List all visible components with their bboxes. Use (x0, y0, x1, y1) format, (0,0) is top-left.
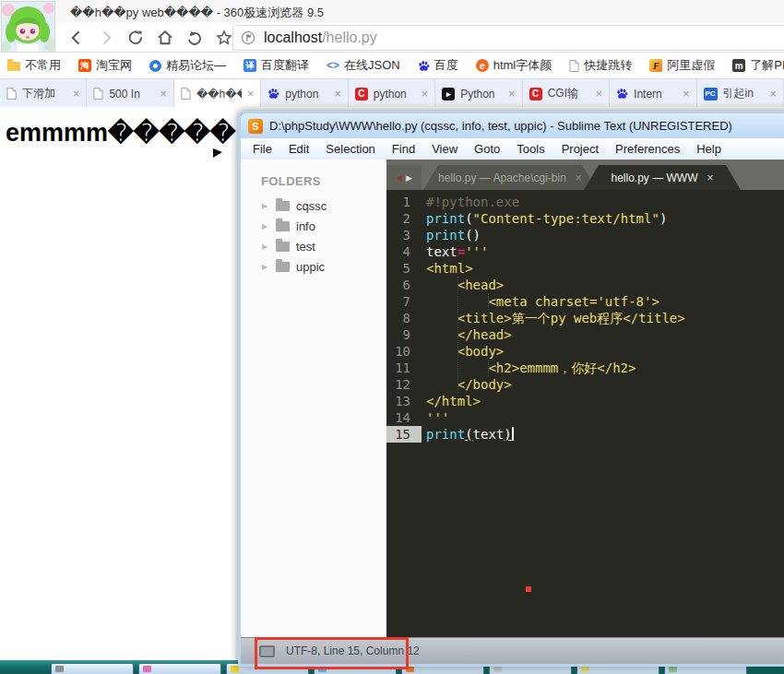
tab-close-icon[interactable]: × (707, 171, 714, 184)
menu-item-help[interactable]: Help (688, 140, 730, 158)
bookmark-item[interactable]: <>在线JSON (327, 57, 400, 74)
tab-close-icon[interactable]: × (247, 87, 255, 101)
tab-scroll-left-icon[interactable]: ◀ (396, 173, 402, 183)
editor-tab[interactable]: hello.py — Apache\cgi-bin× (423, 165, 597, 190)
folder-label: info (296, 219, 315, 233)
bookmark-label: 百度翻译 (261, 57, 309, 74)
sublime-tabs: hello.py — Apache\cgi-bin×hello.py — WWW… (422, 165, 741, 190)
bookmark-item[interactable]: 百度 (418, 57, 458, 74)
bookmark-label: 不常用 (25, 57, 61, 74)
translate-icon: 译 (244, 59, 256, 72)
chevron-right-icon[interactable]: ▶ (262, 222, 269, 231)
bookmark-item[interactable]: 淘淘宝网 (78, 57, 132, 74)
bookmark-item[interactable]: m了解PHP中St (732, 57, 784, 74)
sublime-body: FOLDERS ▶cqssc▶info▶test▶uppic ◀▶ hello.… (241, 160, 784, 637)
back-button[interactable] (66, 28, 86, 47)
line-number: 8 (386, 310, 422, 326)
editor-tab-label: hello.py — Apache\cgi-bin (438, 171, 566, 184)
browser-tab[interactable]: 500 In× (87, 79, 173, 108)
bookmark-item[interactable]: 译百度翻译 (244, 57, 309, 74)
code-text: print("Content-type:text/html") (422, 210, 667, 227)
tab-close-icon[interactable]: × (595, 87, 602, 101)
taskbar-button[interactable] (51, 663, 134, 674)
menu-item-view[interactable]: View (423, 140, 466, 158)
menu-item-project[interactable]: Project (553, 140, 607, 158)
chevron-right-icon[interactable]: ▶ (262, 263, 269, 271)
csdn-icon: C (355, 88, 368, 101)
code-text: #!python.exe (422, 194, 519, 210)
bookmark-item[interactable]: ehtml字体颜 (476, 57, 552, 74)
tab-close-icon[interactable]: × (769, 87, 777, 101)
home-button[interactable] (155, 28, 174, 47)
menu-item-selection[interactable]: Selection (317, 140, 383, 158)
browser-tab-label: Python (460, 88, 503, 101)
line-number: 1 (386, 194, 422, 210)
taskbar-button[interactable] (138, 663, 221, 674)
menu-item-goto[interactable]: Goto (466, 140, 508, 158)
menu-item-tools[interactable]: Tools (508, 140, 552, 158)
tab-close-icon[interactable]: × (508, 87, 516, 101)
sidebar-folder-cqssc[interactable]: ▶cqssc (241, 195, 386, 216)
sublime-logo-icon: S (248, 119, 263, 134)
browser-tab[interactable]: ▸Python× (435, 79, 522, 108)
iconfont-icon: F (649, 59, 662, 72)
code-line: 5<html> (386, 260, 784, 277)
tab-close-icon[interactable]: × (73, 87, 80, 101)
tab-close-icon[interactable]: × (576, 171, 582, 184)
line-number: 14 (386, 409, 422, 426)
csdn-icon: C (529, 88, 542, 101)
sidebar-folder-info[interactable]: ▶info (241, 216, 386, 236)
page-icon (6, 88, 17, 100)
tab-close-icon[interactable]: × (334, 87, 341, 101)
sidebar-folder-test[interactable]: ▶test (241, 236, 386, 256)
m-icon: m (732, 59, 745, 72)
avatar[interactable] (1, 1, 55, 53)
tab-close-icon[interactable]: × (422, 87, 429, 101)
site-safety-icon[interactable] (240, 30, 256, 46)
browser-tab[interactable]: 下滑加× (0, 79, 87, 108)
sublime-window: S D:\phpStudy\WWW\hello.py (cqssc, info,… (238, 111, 784, 667)
bookmark-item[interactable]: 快捷跳转 (569, 57, 632, 74)
code-area[interactable]: 1#!python.exe2print("Content-type:text/h… (386, 190, 784, 637)
pc-icon: PC (704, 88, 718, 101)
tab-close-icon[interactable]: × (160, 87, 167, 101)
tab-scroll-right-icon[interactable]: ▶ (406, 173, 412, 183)
browser-tab[interactable]: CCGI输× (523, 79, 610, 108)
browser-tab-label: 下滑加 (22, 86, 67, 101)
taskbar-button-icon (581, 666, 589, 672)
browser-tab[interactable]: python× (261, 79, 348, 108)
refresh-button[interactable] (125, 28, 145, 47)
menu-item-find[interactable]: Find (384, 140, 423, 158)
bookmark-item[interactable]: 精易论坛— (149, 57, 226, 74)
url-path: /hello.py (322, 30, 377, 46)
code-line: 6 <head> (386, 277, 784, 293)
chevron-right-icon[interactable]: ▶ (262, 202, 269, 210)
browser-tab[interactable]: Cpython× (349, 79, 435, 108)
code-line: 1#!python.exe (386, 194, 784, 210)
editor-tab[interactable]: hello.py — WWW× (584, 165, 741, 190)
tab-close-icon[interactable]: × (683, 87, 690, 101)
menu-item-preferences[interactable]: Preferences (607, 140, 688, 158)
forward-button[interactable] (96, 28, 115, 47)
bookmark-item[interactable]: F阿里虚假 (649, 57, 715, 74)
code-text: </html> (422, 393, 481, 409)
bookmark-star-button[interactable] (214, 28, 233, 47)
browser-tab-label: python (285, 88, 328, 101)
undo-button[interactable] (184, 28, 204, 47)
browser-tab[interactable]: PC引起in× (697, 79, 784, 108)
sublime-editor-column: ◀▶ hello.py — Apache\cgi-bin×hello.py — … (386, 160, 784, 637)
browser-tab-label: Intern (634, 88, 677, 101)
sidebar-folder-uppic[interactable]: ▶uppic (241, 256, 386, 277)
address-bar[interactable]: localhost/hello.py (232, 25, 784, 51)
browser-tab[interactable]: ��h��× (174, 79, 261, 108)
menu-item-edit[interactable]: Edit (280, 140, 317, 158)
folder-label: uppic (296, 260, 325, 274)
bookmark-label: 阿里虚假 (667, 57, 715, 74)
tab-scroll-arrows: ◀▶ (386, 165, 422, 190)
avatar-image (2, 2, 54, 52)
chevron-right-icon[interactable]: ▶ (262, 242, 269, 251)
baidu-icon (418, 60, 430, 72)
browser-tab[interactable]: Intern× (610, 79, 696, 108)
menu-item-file[interactable]: File (244, 140, 280, 158)
bookmark-item[interactable]: 不常用 (7, 57, 61, 74)
